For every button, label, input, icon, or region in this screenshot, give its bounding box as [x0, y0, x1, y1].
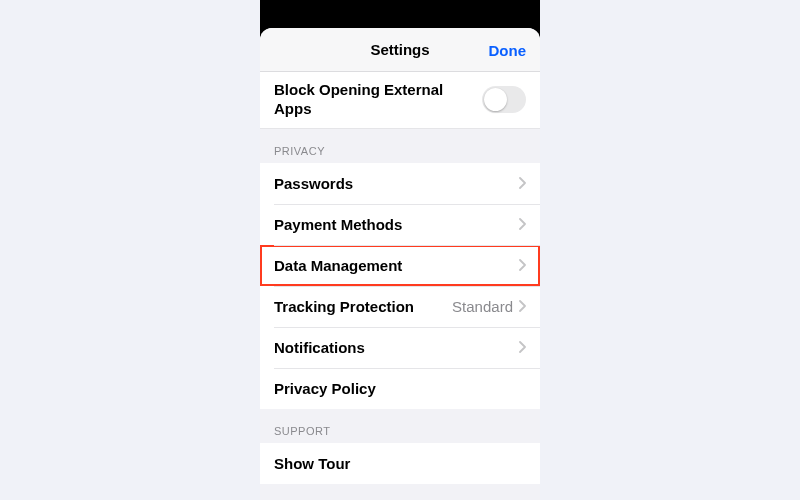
row-value: Standard	[452, 298, 513, 315]
row-passwords[interactable]: Passwords	[260, 163, 540, 204]
settings-content: Block Opening External Apps PRIVACY Pass…	[260, 72, 540, 500]
row-notifications[interactable]: Notifications	[260, 327, 540, 368]
row-label: Passwords	[274, 175, 353, 192]
toggle-block-opening[interactable]	[482, 86, 526, 113]
block-opening-label: Block Opening External Apps	[274, 81, 444, 119]
chevron-right-icon	[519, 341, 526, 353]
chevron-right-icon	[519, 177, 526, 189]
chevron-right-icon	[519, 300, 526, 312]
phone-frame: Settings Done Block Opening External App…	[260, 0, 540, 500]
nav-title: Settings	[370, 41, 429, 58]
row-block-opening-external-apps[interactable]: Block Opening External Apps	[260, 72, 540, 129]
row-label: Privacy Policy	[274, 380, 376, 397]
group-support: Show Tour	[260, 443, 540, 484]
done-button[interactable]: Done	[489, 28, 527, 72]
toggle-knob	[484, 88, 507, 111]
row-data-management[interactable]: Data Management	[260, 245, 540, 286]
chevron-right-icon	[519, 218, 526, 230]
settings-sheet: Settings Done Block Opening External App…	[260, 28, 540, 500]
row-label: Show Tour	[274, 455, 350, 472]
row-tracking-protection[interactable]: Tracking Protection Standard	[260, 286, 540, 327]
group-privacy: Passwords Payment Methods	[260, 163, 540, 409]
row-label: Data Management	[274, 257, 402, 274]
row-show-tour[interactable]: Show Tour	[260, 443, 540, 484]
section-header-privacy: PRIVACY	[260, 129, 540, 163]
section-header-support: SUPPORT	[260, 409, 540, 443]
nav-bar: Settings Done	[260, 28, 540, 72]
row-payment-methods[interactable]: Payment Methods	[260, 204, 540, 245]
row-label: Payment Methods	[274, 216, 402, 233]
chevron-right-icon	[519, 259, 526, 271]
row-label: Notifications	[274, 339, 365, 356]
row-privacy-policy[interactable]: Privacy Policy	[260, 368, 540, 409]
row-label: Tracking Protection	[274, 298, 414, 315]
